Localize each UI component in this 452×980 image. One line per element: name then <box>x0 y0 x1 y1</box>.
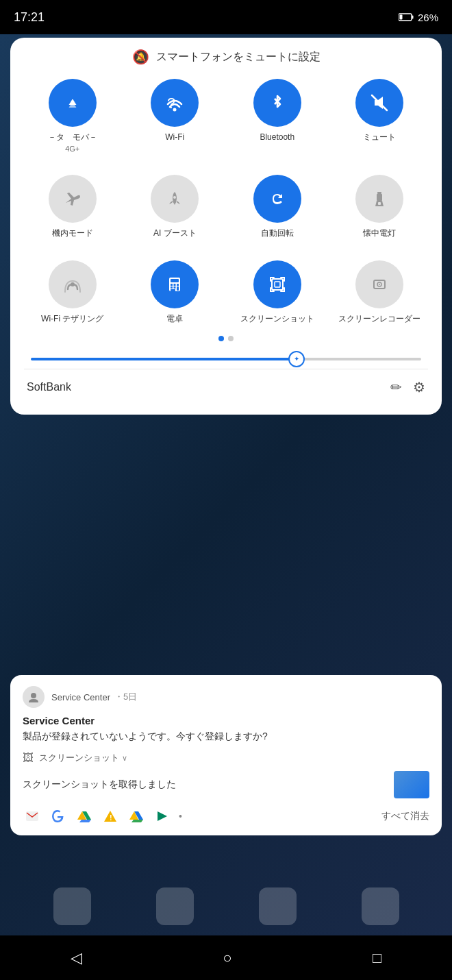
play-icon <box>153 807 172 826</box>
app-icons-row: ! • すべて消去 <box>23 807 429 826</box>
toggle-circle-screenshot <box>253 260 301 308</box>
carrier-icons: ✏ ⚙ <box>390 379 425 395</box>
clear-all-button[interactable]: すべて消去 <box>381 810 429 822</box>
svg-rect-9 <box>377 194 382 201</box>
google-icon <box>49 807 68 826</box>
rocket-icon <box>164 188 185 209</box>
screenshot-text: スクリーンショットを取得しました <box>23 779 176 791</box>
brightness-thumb <box>288 351 305 367</box>
screenshot-icon <box>267 274 288 295</box>
svg-rect-27 <box>26 811 38 821</box>
toggle-mobile-data[interactable]: －タ モバ－ 4G+ <box>24 79 121 153</box>
toggle-circle-screen-recorder <box>355 260 403 308</box>
toggle-wifi[interactable]: ? Wi-Fi <box>127 79 224 153</box>
screenshot-chevron-icon: ∨ <box>122 754 127 763</box>
status-right: 26% <box>399 12 438 23</box>
toggle-circle-mobile-data <box>49 79 97 127</box>
toggle-screenshot[interactable]: スクリーンショット <box>229 260 326 325</box>
service-center-icon <box>27 690 40 704</box>
bg-app-1 <box>53 887 91 925</box>
status-time: 17:21 <box>14 10 45 25</box>
toggle-circle-ai-boost <box>151 175 199 223</box>
toggle-label-bluetooth: Bluetooth <box>260 132 294 143</box>
warning-icon: ! <box>101 807 120 826</box>
toggle-label-flashlight: 懐中電灯 <box>363 228 396 239</box>
drive2-icon <box>127 807 146 826</box>
screenshot-row: スクリーンショットを取得しました <box>23 771 429 798</box>
play-svg <box>156 810 168 822</box>
toggle-circle-mute <box>355 79 403 127</box>
bg-app-row <box>0 887 452 925</box>
toggle-airplane[interactable]: 機内モード <box>24 175 121 239</box>
bg-app-4 <box>362 887 399 925</box>
screenshot-label: スクリーンショット ∨ <box>39 752 127 764</box>
toggle-circle-airplane <box>49 175 97 223</box>
svg-text:!: ! <box>110 813 112 822</box>
hotspot-icon <box>62 274 83 295</box>
screenshot-notif-header: 🖼 スクリーンショット ∨ <box>23 752 429 764</box>
page-dot-1 <box>218 336 224 341</box>
drive-svg <box>77 810 91 822</box>
data-icon <box>62 93 83 113</box>
bg-app-3 <box>259 887 297 925</box>
svg-rect-10 <box>378 202 381 205</box>
svg-rect-16 <box>177 284 179 286</box>
bg-app-2 <box>156 887 194 925</box>
toggle-sub-mobile-data: 4G+ <box>65 145 79 153</box>
svg-point-5 <box>173 108 177 112</box>
status-bar: 17:21 26% <box>0 0 452 34</box>
gmail-svg <box>26 811 38 821</box>
toggle-label-wifi-tethering: Wi-Fi テザリング <box>41 314 103 325</box>
svg-line-6 <box>372 95 387 110</box>
airplane-icon <box>62 188 84 210</box>
toggle-wifi-tethering[interactable]: Wi-Fi テザリング <box>24 260 121 325</box>
nav-back-button[interactable]: ◁ <box>57 942 96 974</box>
mute-header: 🔕 スマートフォンをミュートに設定 <box>24 49 428 65</box>
nav-recent-button[interactable]: □ <box>359 942 395 974</box>
svg-rect-22 <box>275 282 280 287</box>
toggle-label-screenshot: スクリーンショット <box>240 314 314 325</box>
toggle-flashlight[interactable]: 懐中電灯 <box>331 175 429 239</box>
toggle-grid-row1: －タ モバ－ 4G+ ? Wi-Fi Bluetooth <box>24 79 428 153</box>
bluetooth-icon <box>267 93 288 113</box>
notif-title: Service Center <box>23 715 429 726</box>
toggle-auto-rotate[interactable]: 自動回転 <box>229 175 326 239</box>
google-svg <box>52 810 64 822</box>
toggle-calculator[interactable]: 電卓 <box>127 260 224 325</box>
toggle-screen-recorder[interactable]: スクリーンレコーダー <box>331 260 429 325</box>
svg-rect-8 <box>377 192 381 194</box>
quick-settings-panel: 🔕 スマートフォンをミュートに設定 －タ モバ－ 4G+ ? <box>10 38 442 415</box>
notif-app-info: Service Center ・5日 <box>51 691 137 703</box>
toggle-ai-boost[interactable]: AI ブースト <box>127 175 224 239</box>
carrier-row: SoftBank ✏ ⚙ <box>24 369 428 398</box>
svg-rect-18 <box>174 286 176 289</box>
nav-home-button[interactable]: ○ <box>209 942 245 974</box>
brightness-slider[interactable] <box>31 358 421 360</box>
screenshot-thumbnail <box>394 771 429 798</box>
toggle-label-mute: ミュート <box>363 132 396 143</box>
more-apps-dot: • <box>179 811 182 822</box>
notif-app-name: Service Center <box>51 692 110 702</box>
carrier-settings-button[interactable]: ⚙ <box>413 379 425 395</box>
rotate-icon <box>267 188 288 209</box>
notification-card: Service Center ・5日 Service Center 製品が登録さ… <box>10 675 442 835</box>
mute-text: スマートフォンをミュートに設定 <box>156 50 321 64</box>
toggle-mute[interactable]: ミュート <box>331 79 429 153</box>
toggle-bluetooth[interactable]: Bluetooth <box>229 79 326 153</box>
recorder-icon <box>369 274 390 295</box>
toggle-grid-row2: 機内モード AI ブースト 自動回転 <box>24 175 428 239</box>
svg-rect-17 <box>171 286 173 289</box>
battery-percent: 26% <box>418 12 438 23</box>
toggle-circle-bluetooth <box>253 79 301 127</box>
svg-rect-13 <box>171 279 179 282</box>
carrier-edit-button[interactable]: ✏ <box>390 379 402 395</box>
app-icons-left: ! • <box>23 807 182 826</box>
toggle-circle-wifi-tethering <box>49 260 97 308</box>
toggle-label-airplane: 機内モード <box>52 228 93 239</box>
calculator-icon <box>164 274 185 295</box>
toggle-grid-row3: Wi-Fi テザリング 電卓 <box>24 260 428 325</box>
toggle-label-wifi: Wi-Fi <box>165 132 184 143</box>
bottom-nav: ◁ ○ □ <box>0 935 452 980</box>
page-dots <box>24 336 428 341</box>
toggle-label-mobile-data: －タ モバ－ <box>48 132 97 143</box>
